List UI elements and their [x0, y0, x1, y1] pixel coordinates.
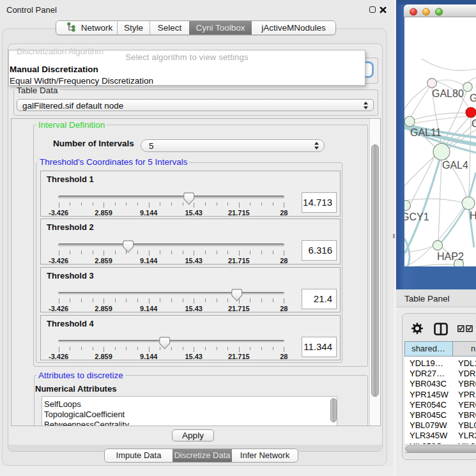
svg-text:GCY1: GCY1 — [404, 211, 429, 222]
svg-text:GAL11: GAL11 — [410, 127, 441, 138]
svg-text:GAL4: GAL4 — [442, 160, 468, 171]
svg-text:GA: GA — [470, 93, 476, 104]
svg-text:GAL80: GAL80 — [432, 88, 464, 99]
svg-text:H: H — [470, 210, 476, 221]
svg-text:HAP2: HAP2 — [437, 251, 464, 262]
svg-text:C: C — [472, 118, 476, 129]
